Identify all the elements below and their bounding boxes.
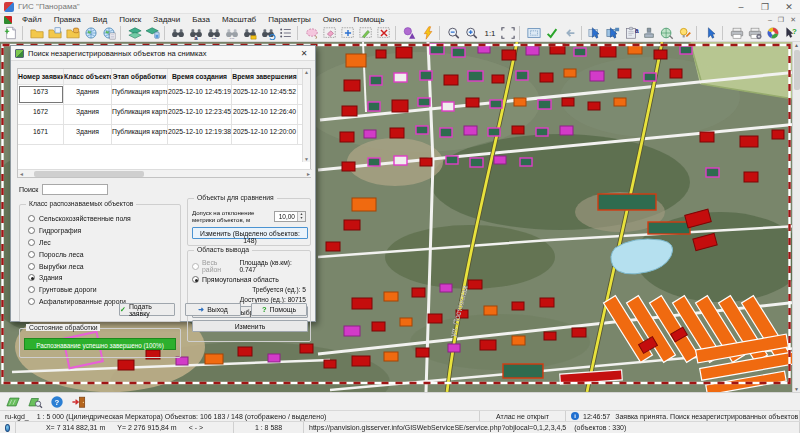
toolbar-folder-db-icon[interactable] <box>64 25 82 41</box>
table-cell[interactable]: Здания <box>64 125 112 144</box>
radio-class-2[interactable]: Лес <box>20 237 180 249</box>
nav-arrows[interactable]: < - > <box>189 424 203 431</box>
column-header[interactable]: Этап обработки <box>112 69 168 84</box>
table-row[interactable]: 1673ЗданияПубликация карты2025-12-10 12:… <box>18 85 310 105</box>
menu-item-3[interactable]: Поиск <box>113 15 147 24</box>
toolbar-binoc-a-icon[interactable]: a <box>187 25 205 41</box>
toolbar-pan-icon[interactable] <box>525 25 543 41</box>
menu-item-7[interactable]: Параметры <box>262 15 317 24</box>
change-area-button[interactable]: Изменить <box>192 320 308 332</box>
table-cell[interactable]: Публикация карты <box>112 125 168 144</box>
toolbar-binoc-area-icon[interactable] <box>241 25 259 41</box>
toolbar-zoom-in-icon[interactable] <box>463 25 481 41</box>
radio-dot[interactable] <box>28 274 35 281</box>
table-horizontal-scrollbar[interactable]: ◄► <box>18 169 312 177</box>
table-cell[interactable]: 2025-12-10 12:45:19 <box>168 85 232 104</box>
toolbar-doc-new-icon[interactable] <box>2 25 20 41</box>
toolbar-arrow-back-icon[interactable] <box>561 25 579 41</box>
toolbar-stamp-icon[interactable] <box>640 25 658 41</box>
toolbar-bulb-pen-icon[interactable] <box>676 25 694 41</box>
toolbar-cursor-icon[interactable] <box>702 25 720 41</box>
radio-class-4[interactable]: Вырубки леса <box>20 260 180 272</box>
help-button[interactable]: ? Помощь <box>251 303 307 316</box>
menu-item-6[interactable]: Масштаб <box>216 15 262 24</box>
radio-rect-area[interactable] <box>192 276 199 283</box>
toolbar-sel-rect-icon[interactable] <box>586 25 604 41</box>
radio-dot[interactable] <box>28 286 35 293</box>
submit-request-button[interactable]: ✓ Подать заявку <box>119 303 175 316</box>
toolbar-binoc-dots-icon[interactable]: ... <box>205 25 223 41</box>
toolbar-palette-icon[interactable] <box>764 25 782 41</box>
toolbar-binoc-refresh-icon[interactable] <box>259 25 277 41</box>
close-button[interactable]: ✕ <box>782 2 796 12</box>
table-cell[interactable]: 2025-12-10 12:45:52 <box>232 85 298 104</box>
toolbar-plus-frame-icon[interactable] <box>339 25 357 41</box>
mdi-window-controls[interactable]: –❐✕ <box>768 16 800 24</box>
radio-class-0[interactable]: Сельскохозяйственные поля <box>20 213 180 225</box>
toolbar-shapes-icon[interactable] <box>401 25 419 41</box>
toolbar-lasso-icon[interactable] <box>303 25 321 41</box>
column-header[interactable]: Время завершения <box>232 69 298 84</box>
minimize-button[interactable]: – <box>734 2 748 12</box>
toolbar-eraser-icon[interactable] <box>321 25 339 41</box>
toolbar-binoc-grey-icon[interactable]: ... <box>223 25 241 41</box>
radio-dot[interactable] <box>28 263 35 270</box>
table-cell[interactable]: Публикация карты <box>112 105 168 124</box>
table-cell[interactable]: 2025-12-10 12:26:40 <box>232 105 298 124</box>
column-header[interactable]: Класс объектов <box>64 69 112 84</box>
radio-class-1[interactable]: Гидрография <box>20 225 180 237</box>
radio-dot[interactable] <box>28 215 35 222</box>
column-header[interactable]: Номер заявки <box>18 69 64 84</box>
menu-item-4[interactable]: Задачи <box>147 15 186 24</box>
table-cell[interactable]: Здания <box>64 105 112 124</box>
toolbar-globe-list-icon[interactable] <box>100 25 118 41</box>
view-scale[interactable]: 1 : 8 588 <box>255 424 282 431</box>
table-cell[interactable]: 2025-12-10 12:23:45 <box>168 105 232 124</box>
toolbar-globe-folder-icon[interactable] <box>82 25 100 41</box>
menu-item-5[interactable]: База <box>186 15 216 24</box>
table-cell[interactable]: 1673 <box>18 85 64 104</box>
toolbar-folder-open-icon[interactable] <box>28 25 46 41</box>
table-cell[interactable]: Публикация карты <box>112 85 168 104</box>
table-cell[interactable]: 2025-12-10 12:19:38 <box>168 125 232 144</box>
toolbar-check-icon[interactable] <box>543 25 561 41</box>
table-row[interactable]: 1671ЗданияПубликация карты2025-12-10 12:… <box>18 125 310 145</box>
dialog-title-bar[interactable]: Поиск незарегистрированных объектов на с… <box>11 46 315 61</box>
table-vertical-scrollbar[interactable]: ▲▼ <box>302 69 310 162</box>
table-cell[interactable]: 1671 <box>18 125 64 144</box>
toolbar-layers-flask-icon[interactable] <box>144 25 162 41</box>
menu-item-8[interactable]: Окно <box>317 15 348 24</box>
toolbar-printer-gear-icon[interactable] <box>746 25 764 41</box>
toolbar-help-cursor-icon[interactable]: ? <box>782 25 800 41</box>
requests-table[interactable]: Номер заявкиКласс объектовЭтап обработки… <box>17 68 311 178</box>
toolbar-binoc-icon[interactable] <box>169 25 187 41</box>
scroll-up-icon[interactable]: ▲ <box>794 42 799 48</box>
spinner-down-icon[interactable]: ▼ <box>298 216 305 221</box>
change-selected-button[interactable]: Изменить (Выделено объектов: 148) <box>192 227 308 239</box>
menu-item-1[interactable]: Правка <box>48 15 87 24</box>
dialog-close-button[interactable]: ✕ <box>297 49 311 58</box>
radio-class-5[interactable]: Здания <box>20 272 180 284</box>
radio-dot[interactable] <box>28 251 35 258</box>
maximize-button[interactable]: ❐ <box>758 2 772 12</box>
menu-item-2[interactable]: Вид <box>87 15 113 24</box>
radio-dot[interactable] <box>28 239 35 246</box>
toolbar-zoom-out-icon[interactable] <box>445 25 463 41</box>
map-vertical-scrollbar[interactable]: ▲ ▼ <box>792 42 800 392</box>
toolbar-extent-icon[interactable] <box>499 25 517 41</box>
toolbar-layers-icon[interactable] <box>126 25 144 41</box>
toolbar-folder-docs-icon[interactable] <box>46 25 64 41</box>
toolbar-x-red-icon[interactable] <box>375 25 393 41</box>
tolerance-value[interactable]: 10,00 <box>275 212 297 221</box>
table-cell[interactable]: 1672 <box>18 105 64 124</box>
scroll-thumb[interactable] <box>794 50 800 90</box>
minibar-exit-door-icon[interactable] <box>69 394 89 410</box>
tolerance-spinner[interactable]: 10,00 ▲▼ <box>274 211 306 222</box>
radio-class-6[interactable]: Грунтовые дороги <box>20 284 180 296</box>
column-header[interactable]: Время создания <box>168 69 232 84</box>
toolbar-printer-icon[interactable] <box>728 25 746 41</box>
table-cell[interactable]: Здания <box>64 85 112 104</box>
toolbar-list-icon[interactable] <box>277 25 295 41</box>
menu-item-9[interactable]: Помощь <box>347 15 390 24</box>
toolbar-one2one-icon[interactable]: 1:1 <box>481 25 499 41</box>
